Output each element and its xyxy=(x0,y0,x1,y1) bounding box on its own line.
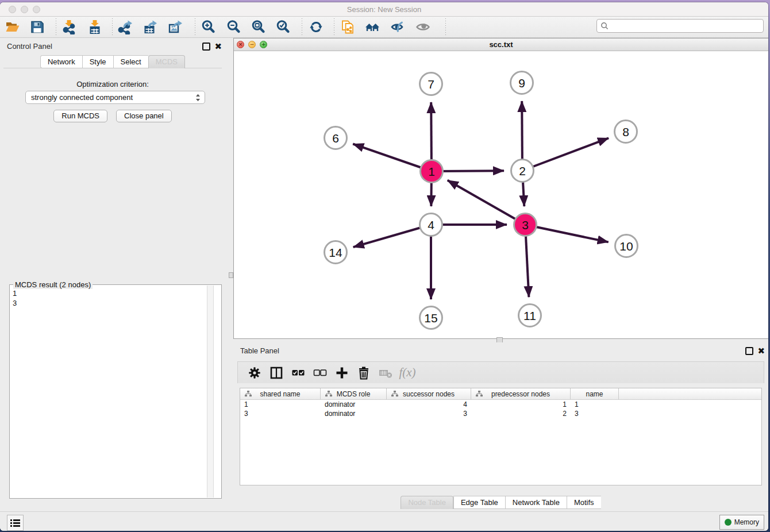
graph-edge-1-6[interactable] xyxy=(353,144,432,171)
refresh-icon[interactable] xyxy=(309,20,324,34)
graph-edge-2-8[interactable] xyxy=(522,138,609,171)
delete-icon[interactable] xyxy=(353,365,375,381)
graph-edge-3-10[interactable] xyxy=(525,225,609,242)
graph-node-2[interactable]: 2 xyxy=(511,160,534,182)
graph-node-10[interactable]: 10 xyxy=(615,235,638,257)
graph-node-9[interactable]: 9 xyxy=(511,72,533,94)
zoom-fit-icon[interactable] xyxy=(251,20,266,34)
deselect-all-icon[interactable] xyxy=(309,365,331,381)
import-table-icon[interactable] xyxy=(87,20,102,34)
graph-node-label: 3 xyxy=(522,218,529,232)
vertical-splitter[interactable] xyxy=(225,38,233,511)
graph-node-label: 14 xyxy=(329,246,342,259)
task-list-icon xyxy=(10,519,20,527)
home-icon[interactable] xyxy=(365,20,380,34)
float-table-panel-icon[interactable] xyxy=(745,347,753,355)
graph-node-3[interactable]: 3 xyxy=(514,214,537,236)
cell-predecessor-nodes[interactable]: 2 xyxy=(471,410,571,418)
graph-node-14[interactable]: 14 xyxy=(325,241,347,264)
graph-node-label: 10 xyxy=(619,240,633,253)
toolbar-separator xyxy=(302,18,302,36)
graph-node-4[interactable]: 4 xyxy=(420,214,442,236)
export-image-icon[interactable] xyxy=(168,20,183,34)
import-network-icon[interactable] xyxy=(63,20,78,34)
cell-successor-nodes[interactable]: 3 xyxy=(387,410,471,418)
cell-MCDS-role[interactable]: dominator xyxy=(321,410,387,418)
export-network-icon[interactable] xyxy=(118,20,133,34)
graph-node-6[interactable]: 6 xyxy=(325,127,347,149)
zoom-in-icon[interactable] xyxy=(201,20,216,34)
node-table: shared nameMCDS rolesuccessor nodesprede… xyxy=(240,388,762,485)
table-toolbar: f(x) xyxy=(237,361,764,383)
column-header-name[interactable]: name xyxy=(571,388,619,399)
cell-successor-nodes[interactable]: 4 xyxy=(387,400,471,408)
tab-motifs[interactable]: Motifs xyxy=(567,496,601,509)
select-all-icon[interactable] xyxy=(287,365,309,381)
close-table-panel-icon[interactable]: ✖ xyxy=(757,348,765,354)
copy-document-icon[interactable] xyxy=(340,20,355,34)
cell-shared-name[interactable]: 3 xyxy=(240,410,321,418)
tab-select[interactable]: Select xyxy=(113,55,148,68)
graph-node-label: 4 xyxy=(428,218,434,232)
tab-network[interactable]: Network xyxy=(40,55,82,68)
mcds-result-box: MCDS result (2 nodes) 1 3 xyxy=(9,284,222,499)
table-row[interactable]: 1dominator411 xyxy=(240,400,761,409)
cell-name[interactable]: 1 xyxy=(571,400,619,408)
tab-network-table[interactable]: Network Table xyxy=(505,496,567,509)
graph-node-11[interactable]: 11 xyxy=(519,304,541,327)
table-row[interactable]: 3dominator323 xyxy=(240,409,761,418)
network-canvas[interactable]: 7968124314101511 xyxy=(234,51,768,338)
graph-node-label: 2 xyxy=(519,164,526,178)
columns-icon[interactable] xyxy=(265,365,287,381)
memory-status-icon xyxy=(725,519,732,526)
control-panel-title: Control Panel xyxy=(7,42,52,51)
task-history-button[interactable] xyxy=(7,515,24,531)
main-toolbar xyxy=(0,17,768,38)
table-header-row: shared nameMCDS rolesuccessor nodesprede… xyxy=(240,388,761,400)
graph-edge-4-14[interactable] xyxy=(353,225,431,247)
open-file-icon[interactable] xyxy=(5,20,20,34)
graph-edge-3-1[interactable] xyxy=(448,180,525,225)
graph-node-label: 1 xyxy=(428,165,435,178)
close-panel-icon[interactable]: ✖ xyxy=(214,43,222,50)
zoom-out-icon[interactable] xyxy=(226,20,241,34)
status-bar: Memory xyxy=(0,511,768,531)
graph-node-1[interactable]: 1 xyxy=(421,160,443,183)
graph-node-7[interactable]: 7 xyxy=(420,73,442,95)
graph-node-8[interactable]: 8 xyxy=(615,121,637,143)
memory-button[interactable]: Memory xyxy=(719,515,764,530)
settings-gear-icon[interactable] xyxy=(244,365,265,381)
search-input[interactable] xyxy=(596,19,764,33)
close-panel-button[interactable]: Close panel xyxy=(116,110,172,122)
run-mcds-button[interactable]: Run MCDS xyxy=(53,110,107,122)
result-scrollbar[interactable] xyxy=(207,286,214,498)
tab-edge-table[interactable]: Edge Table xyxy=(453,496,505,509)
criterion-selected-value: strongly connected component xyxy=(31,93,133,102)
export-table-icon[interactable] xyxy=(143,20,157,34)
cell-MCDS-role[interactable]: dominator xyxy=(321,400,387,408)
float-panel-icon[interactable] xyxy=(202,43,210,51)
tab-node-table[interactable]: Node Table xyxy=(401,496,453,509)
graph-node-label: 11 xyxy=(523,309,536,322)
cell-shared-name[interactable]: 1 xyxy=(240,400,321,408)
tab-style[interactable]: Style xyxy=(82,55,113,68)
function-builder-icon: f(x) xyxy=(396,365,418,381)
table-panel-header: Table Panel ✖ xyxy=(233,342,768,361)
graph-node-15[interactable]: 15 xyxy=(420,307,442,329)
column-header-successor-nodes[interactable]: successor nodes xyxy=(387,388,471,399)
zoom-selected-icon[interactable] xyxy=(276,20,291,34)
column-header-MCDS-role[interactable]: MCDS role xyxy=(321,388,387,399)
column-header-predecessor-nodes[interactable]: predecessor nodes xyxy=(471,388,571,399)
save-session-icon[interactable] xyxy=(30,20,45,34)
cell-name[interactable]: 3 xyxy=(571,410,619,418)
vertical-splitter-handle[interactable] xyxy=(229,272,233,278)
tab-mcds[interactable]: MCDS xyxy=(148,55,185,68)
show-panel-icon[interactable] xyxy=(415,20,430,34)
add-icon[interactable] xyxy=(331,365,353,381)
column-header-shared-name[interactable]: shared name xyxy=(240,388,321,399)
network-window: × − + scc.txt 7968124314101511 xyxy=(233,38,768,339)
graph-node-label: 15 xyxy=(424,311,437,325)
criterion-select[interactable]: strongly connected component xyxy=(25,91,205,104)
cell-predecessor-nodes[interactable]: 1 xyxy=(471,400,571,408)
hide-panel-icon[interactable] xyxy=(390,20,405,34)
